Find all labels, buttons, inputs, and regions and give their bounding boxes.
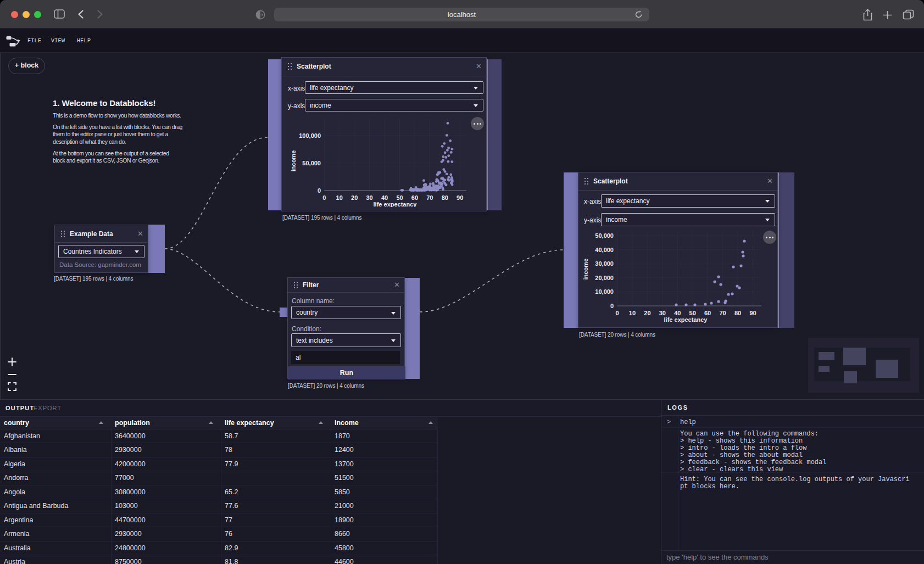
svg-text:30: 30 <box>366 194 372 201</box>
svg-text:30,000: 30,000 <box>595 260 614 267</box>
svg-text:0: 0 <box>610 303 614 309</box>
svg-text:20: 20 <box>351 194 358 201</box>
svg-text:40: 40 <box>381 194 388 201</box>
svg-text:10,000: 10,000 <box>595 288 614 295</box>
svg-text:0: 0 <box>615 310 619 316</box>
svg-text:10: 10 <box>629 310 636 316</box>
svg-text:50: 50 <box>396 194 403 201</box>
svg-text:40,000: 40,000 <box>595 247 614 253</box>
svg-text:0: 0 <box>322 194 326 201</box>
svg-text:80: 80 <box>442 194 448 201</box>
svg-text:90: 90 <box>457 194 463 201</box>
svg-text:20: 20 <box>644 310 650 316</box>
svg-text:70: 70 <box>426 194 433 201</box>
svg-text:70: 70 <box>719 310 726 316</box>
svg-text:50: 50 <box>689 310 696 316</box>
svg-text:100,000: 100,000 <box>299 132 321 139</box>
svg-text:40: 40 <box>674 310 681 316</box>
svg-text:50,000: 50,000 <box>595 232 614 239</box>
svg-text:life expectancy: life expectancy <box>374 201 418 208</box>
svg-text:20,000: 20,000 <box>595 275 614 281</box>
svg-text:10: 10 <box>336 194 343 201</box>
svg-text:80: 80 <box>734 310 741 316</box>
svg-text:income: income <box>582 259 589 280</box>
svg-text:0: 0 <box>318 187 321 194</box>
svg-text:60: 60 <box>704 310 711 316</box>
svg-text:50,000: 50,000 <box>302 160 321 166</box>
svg-text:90: 90 <box>749 310 756 316</box>
svg-text:60: 60 <box>411 194 418 201</box>
svg-text:income: income <box>290 150 297 172</box>
svg-text:life expectancy: life expectancy <box>664 316 708 323</box>
svg-text:30: 30 <box>659 310 666 316</box>
